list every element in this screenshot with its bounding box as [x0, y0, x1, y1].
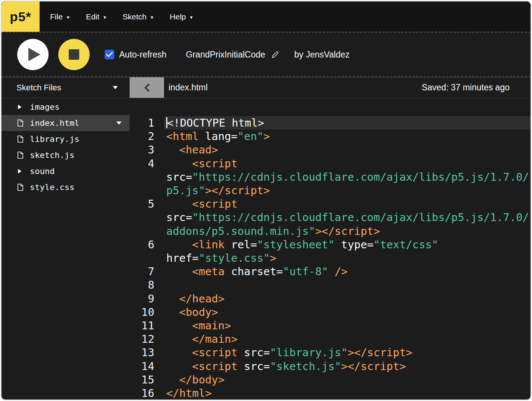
code-line-1[interactable]: 1<!DOCTYPE html>: [130, 116, 531, 130]
file-icon: [17, 183, 24, 191]
code-line-content: </main>: [164, 332, 531, 346]
file-name-label: style.css: [30, 183, 74, 192]
folder-arrow-icon: [17, 168, 22, 174]
chevron-down-icon: ▾: [151, 14, 153, 20]
code-line-content: <meta charset="utf-8" />: [164, 265, 531, 278]
line-number: 10: [130, 305, 164, 319]
code-line-content: <link rel="stylesheet" type="text/css" h…: [164, 238, 531, 265]
sketch-files-header: Sketch Files: [1, 77, 130, 98]
code-line-content: <main>: [164, 319, 531, 332]
stop-button[interactable]: [58, 39, 90, 70]
line-number: 13: [130, 346, 164, 359]
chevron-down-icon: [116, 121, 122, 125]
code-line-5[interactable]: 5 <script src="https://cdnjs.cloudflare.…: [130, 197, 531, 238]
menu-file[interactable]: File▾: [42, 1, 78, 32]
code-line-content: </html>: [164, 386, 531, 400]
code-line-9[interactable]: 9 </head>: [130, 292, 531, 305]
file-tree: imagesindex.htmllibrary.jssketch.jssound…: [1, 98, 130, 400]
code-line-content: <!DOCTYPE html>: [164, 116, 531, 130]
chevron-down-icon: [112, 86, 118, 90]
collapse-sidebar-button[interactable]: [130, 77, 164, 98]
checkmark-icon: [106, 52, 113, 57]
line-number: 16: [130, 386, 164, 400]
file-name-label: images: [30, 102, 59, 112]
chevron-down-icon: ▾: [103, 14, 106, 20]
code-line-content: </head>: [164, 292, 531, 305]
project-byline: by JensValdez: [294, 50, 350, 60]
play-button[interactable]: [17, 39, 49, 70]
menu-label: Help: [170, 12, 186, 21]
file-tree-item-library-js[interactable]: library.js: [1, 131, 130, 147]
code-line-8[interactable]: 8: [130, 278, 531, 292]
p5-logo-text: p5*: [10, 9, 31, 24]
file-name-label: library.js: [30, 134, 79, 144]
file-tree-item-images[interactable]: images: [1, 99, 130, 115]
menu-edit[interactable]: Edit▾: [78, 1, 114, 32]
auto-refresh-checkbox[interactable]: [105, 50, 114, 59]
open-file-tab: index.html: [164, 77, 422, 98]
code-line-10[interactable]: 10 <body>: [130, 305, 531, 319]
line-number: 9: [130, 292, 164, 305]
code-line-content: <script src="library.js"></script>: [164, 346, 531, 359]
line-number: 15: [130, 373, 164, 386]
file-tree-item-index-html[interactable]: index.html: [1, 115, 130, 131]
file-options-button[interactable]: [116, 121, 124, 125]
edit-project-name-button[interactable]: [271, 50, 279, 59]
code-line-content: <script src="sketch.js"></script>: [164, 360, 531, 373]
code-line-content: </body>: [164, 373, 531, 386]
file-name-label: sound: [30, 167, 55, 176]
line-number: 8: [130, 278, 164, 292]
line-number: 6: [130, 238, 164, 251]
code-line-4[interactable]: 4 <script src="https://cdnjs.cloudflare.…: [130, 157, 531, 198]
menu-label: File: [50, 12, 63, 21]
code-line-12[interactable]: 12 </main>: [130, 332, 531, 346]
code-line-16[interactable]: 16</html>: [130, 386, 531, 400]
menu-help[interactable]: Help▾: [161, 1, 201, 32]
code-line-content: <body>: [164, 305, 531, 319]
code-line-3[interactable]: 3 <head>: [130, 143, 531, 156]
file-icon: [17, 119, 24, 127]
file-name-label: index.html: [30, 118, 79, 128]
line-number: 3: [130, 143, 164, 156]
file-icon-wrap: [17, 151, 25, 159]
stop-icon: [69, 49, 79, 60]
file-icon-wrap: [17, 183, 25, 191]
line-number: 2: [130, 130, 164, 143]
code-area[interactable]: 1<!DOCTYPE html>2<html lang="en">3 <head…: [130, 98, 531, 400]
code-line-7[interactable]: 7 <meta charset="utf-8" />: [130, 265, 531, 278]
saved-status: Saved: 37 minutes ago: [422, 77, 531, 98]
chevron-down-icon: ▾: [190, 14, 193, 20]
code-line-6[interactable]: 6 <link rel="stylesheet" type="text/css"…: [130, 238, 531, 265]
menu-bar: p5* File▾Edit▾Sketch▾Help▾: [1, 1, 531, 32]
p5-logo[interactable]: p5*: [1, 1, 40, 32]
code-line-14[interactable]: 14 <script src="sketch.js"></script>: [130, 360, 531, 373]
chevron-down-icon: ▾: [67, 14, 69, 20]
file-tree-item-sketch-js[interactable]: sketch.js: [1, 147, 130, 163]
menu-sketch[interactable]: Sketch▾: [114, 1, 161, 32]
code-line-13[interactable]: 13 <script src="library.js"></script>: [130, 346, 531, 359]
sketch-files-dropdown[interactable]: [112, 86, 118, 90]
open-file-name: index.html: [168, 83, 208, 93]
file-tree-item-sound[interactable]: sound: [1, 163, 130, 179]
code-line-content: [164, 278, 531, 292]
file-name-label: sketch.js: [30, 150, 74, 160]
code-line-content: <head>: [164, 143, 531, 156]
folder-toggle[interactable]: [17, 168, 25, 174]
file-icon: [17, 135, 24, 143]
code-line-content: <html lang="en">: [164, 130, 531, 143]
file-icon-wrap: [17, 119, 25, 127]
code-line-11[interactable]: 11 <main>: [130, 319, 531, 332]
folder-toggle[interactable]: [17, 104, 25, 110]
menu-label: Edit: [86, 12, 99, 21]
code-line-2[interactable]: 2<html lang="en">: [130, 130, 531, 143]
line-number: 11: [130, 319, 164, 332]
auto-refresh-label: Auto-refresh: [119, 50, 167, 60]
file-tree-item-style-css[interactable]: style.css: [1, 179, 130, 195]
p5-editor-window: p5* File▾Edit▾Sketch▾Help▾ Auto-refresh …: [1, 1, 531, 400]
code-line-content: <script src="https://cdnjs.cloudflare.co…: [164, 157, 531, 198]
file-icon: [17, 151, 24, 159]
line-number: 4: [130, 157, 164, 170]
code-line-15[interactable]: 15 </body>: [130, 373, 531, 386]
project-name: GrandPrixInitialCode: [186, 50, 265, 60]
toolbar: Auto-refresh GrandPrixInitialCode by Jen…: [1, 32, 531, 77]
